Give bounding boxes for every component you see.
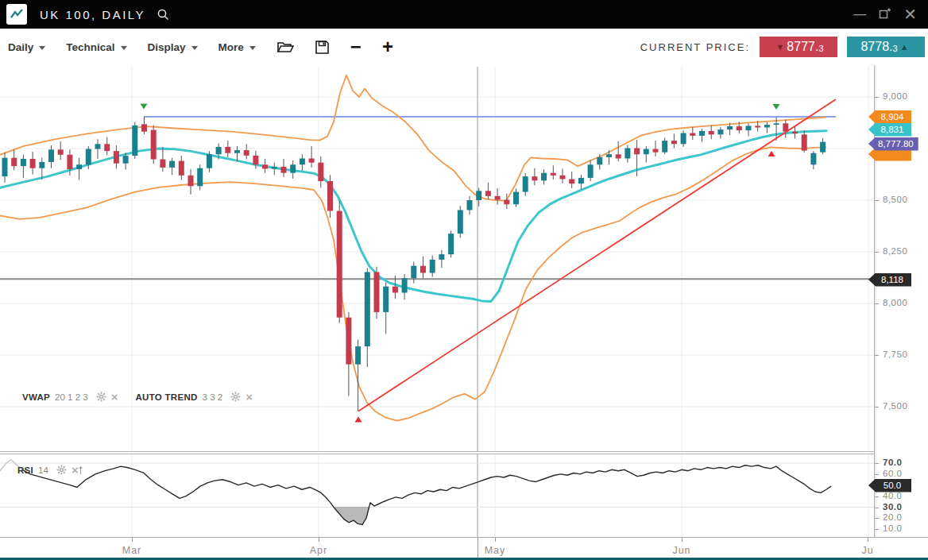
menu-display[interactable]: Display [148,41,198,53]
candle [746,126,752,130]
ask-price-button[interactable]: 8778.3 ▲ [847,37,925,57]
candle [699,131,705,136]
candle [671,141,677,144]
candle [737,126,742,130]
candle [95,144,101,149]
axis-tick [682,538,682,542]
candle [551,173,556,176]
signal-marker-down-icon [773,104,780,110]
axis-tick [875,252,879,253]
price-badge: 8,118 [868,273,911,287]
rsi-settings-gear-icon[interactable] [56,465,67,475]
vwap-remove-icon[interactable]: × [111,392,118,401]
price-badge: 8,831 [868,123,911,137]
current-price-label: CURRENT PRICE: [640,41,750,53]
autotrend-remove-icon[interactable]: × [246,392,253,401]
candle [151,130,157,160]
candle [318,163,323,181]
candle [21,159,26,166]
arrow-down-icon: ▼ [775,42,784,52]
rsi-tick-label: 40.0 [883,491,902,500]
candle [253,156,258,164]
price-tick-label: 8,250 [883,246,907,256]
bid-price-button[interactable]: ▼ 8777.3 [760,37,837,57]
candle [207,154,212,168]
candle [504,199,509,204]
minimize-icon[interactable]: — [853,10,866,18]
candle [30,159,36,168]
candle [402,278,408,292]
candle [141,124,147,131]
autotrend-legend-name: AUTO TREND [135,392,197,402]
chevron-down-icon [121,46,127,50]
crosshair-vline [478,538,478,558]
candle [411,266,416,279]
price-tick-label: 9,000 [883,91,907,101]
rsi-tick-label: 10.0 [883,523,902,533]
save-icon[interactable] [315,40,330,55]
candle [300,158,305,164]
signal-marker-up-icon [768,151,775,156]
candle [104,144,110,151]
chevron-down-icon [39,46,45,50]
price-tick-label: 7,750 [883,350,907,359]
menu-technical[interactable]: Technical [66,41,126,53]
vwap-legend-params: 20 1 2 3 [55,392,88,402]
autotrend-settings-gear-icon[interactable] [230,392,241,402]
zoom-in-button[interactable]: + [382,39,393,55]
candle [39,162,44,168]
trading-chart-window: UK 100, DAILY — ✕ Daily Techn [0,0,928,560]
open-folder-icon[interactable] [276,40,294,54]
axis-tick [875,355,879,356]
candle [58,149,64,155]
price-axis[interactable]: 9,0008,5008,2508,0007,7507,50070.060.040… [874,65,928,537]
candle [578,178,584,183]
candle [532,176,537,180]
close-icon[interactable]: ✕ [903,5,917,24]
candle [309,158,315,162]
chart-toolbar: Daily Technical Display More − + CURRENT… [0,29,928,66]
axis-tick [875,496,879,497]
rsi-collapse-arrow-icon[interactable]: ↑ [77,462,84,478]
chart-area: VWAP 20 1 2 3 × AUTO TREND 3 3 2 × RSI 1… [0,65,928,560]
rsi-pane[interactable] [0,454,874,537]
time-tick-label: Mar [122,545,142,556]
candle [160,160,165,168]
menu-more[interactable]: More [218,41,256,53]
axis-tick [319,538,319,542]
time-tick-label: Jun [672,545,690,556]
rsi-tick-label: 60.0 [883,469,902,478]
candle [244,150,249,156]
candle [495,196,501,200]
candle [717,129,723,134]
candle [114,151,119,164]
arrow-up-icon: ▲ [900,42,909,52]
search-icon[interactable] [157,8,170,21]
vwap-legend-name: VWAP [22,392,50,402]
popout-icon[interactable] [879,7,891,22]
candle [774,123,779,125]
candle [355,346,361,365]
candle [11,158,17,166]
axis-tick [875,303,879,304]
candle [513,192,519,205]
time-axis[interactable]: MarAprMayJunJu [0,537,928,558]
candle [541,173,547,181]
candle [86,149,91,165]
candle [662,141,667,153]
axis-tick [875,407,879,407]
axis-tick [875,200,879,201]
candle [337,211,342,318]
vwap-settings-gear-icon[interactable] [96,392,106,402]
candle [281,167,287,173]
zoom-out-button[interactable]: − [350,39,362,55]
menu-daily[interactable]: Daily [8,41,45,53]
candle [681,133,686,145]
time-tick-label: Apr [310,545,327,556]
candle [132,126,137,156]
axis-tick [875,508,879,508]
rsi-tick-label: 30.0 [883,502,902,512]
candle [634,148,640,154]
candle [392,287,398,293]
candle [810,153,816,165]
